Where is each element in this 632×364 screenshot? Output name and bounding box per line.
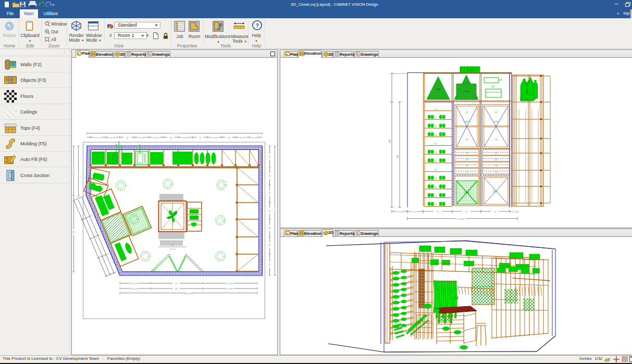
svg-text:36: 36 bbox=[171, 244, 174, 246]
svg-text:24: 24 bbox=[495, 152, 498, 154]
svg-text:181 3/8: 181 3/8 bbox=[274, 205, 276, 212]
svg-text:24: 24 bbox=[495, 138, 498, 141]
svg-text:24: 24 bbox=[465, 210, 468, 213]
svg-text:24 1/4: 24 1/4 bbox=[467, 69, 473, 71]
svg-text:25: 25 bbox=[435, 151, 437, 154]
svg-text:24: 24 bbox=[268, 227, 271, 229]
svg-text:24 7/8: 24 7/8 bbox=[153, 136, 159, 139]
svg-text:25: 25 bbox=[435, 108, 437, 110]
svg-text:37 1/2: 37 1/2 bbox=[169, 248, 176, 250]
svg-text:24: 24 bbox=[495, 164, 498, 167]
svg-text:2288: 2288 bbox=[464, 90, 469, 93]
svg-text:29: 29 bbox=[268, 263, 271, 266]
svg-text:24: 24 bbox=[495, 158, 498, 160]
svg-text:24: 24 bbox=[228, 136, 230, 139]
svg-text:25: 25 bbox=[437, 210, 439, 213]
svg-text:72: 72 bbox=[175, 282, 178, 285]
svg-text:25: 25 bbox=[435, 186, 437, 189]
svg-text:45 3/4: 45 3/4 bbox=[227, 287, 233, 290]
svg-text:24: 24 bbox=[268, 244, 271, 246]
svg-text:94: 94 bbox=[396, 155, 399, 158]
svg-text:27 1/4: 27 1/4 bbox=[95, 136, 101, 139]
svg-text:24: 24 bbox=[170, 136, 172, 139]
svg-text:120: 120 bbox=[389, 139, 391, 143]
svg-text:24 7/8: 24 7/8 bbox=[139, 136, 145, 139]
svg-text:24: 24 bbox=[126, 136, 129, 139]
svg-text:2289: 2289 bbox=[465, 120, 470, 123]
svg-text:94 3/8: 94 3/8 bbox=[72, 167, 75, 173]
svg-text:25: 25 bbox=[435, 195, 437, 197]
svg-text:5 15/32: 5 15/32 bbox=[512, 210, 519, 213]
svg-text:2486: 2486 bbox=[436, 88, 441, 91]
svg-text:24: 24 bbox=[495, 111, 498, 114]
svg-text:120: 120 bbox=[72, 230, 75, 234]
svg-text:25: 25 bbox=[435, 177, 437, 180]
svg-text:91 15/16: 91 15/16 bbox=[456, 218, 465, 220]
svg-text:25: 25 bbox=[435, 168, 437, 171]
svg-text:12 11/32: 12 11/32 bbox=[411, 210, 419, 213]
svg-text:?: ? bbox=[255, 22, 259, 29]
svg-text:181 5/16: 181 5/16 bbox=[184, 292, 193, 295]
svg-text:2286: 2286 bbox=[493, 190, 498, 193]
svg-text:24: 24 bbox=[494, 210, 497, 213]
svg-text:25: 25 bbox=[435, 203, 437, 206]
svg-text:24 7/8: 24 7/8 bbox=[212, 136, 218, 139]
svg-text:12 11/32: 12 11/32 bbox=[395, 210, 404, 213]
svg-text:25: 25 bbox=[435, 125, 437, 128]
svg-text:398 1/2: 398 1/2 bbox=[171, 132, 178, 135]
svg-text:26 1/8: 26 1/8 bbox=[131, 287, 138, 290]
svg-text:24: 24 bbox=[466, 164, 468, 167]
svg-text:24: 24 bbox=[268, 174, 271, 177]
svg-text:24: 24 bbox=[268, 155, 271, 158]
svg-text:24: 24 bbox=[495, 170, 498, 173]
svg-text:25: 25 bbox=[435, 134, 437, 136]
svg-text:24 7/8: 24 7/8 bbox=[109, 136, 116, 139]
svg-text:24: 24 bbox=[466, 158, 468, 160]
svg-text:25: 25 bbox=[435, 116, 437, 119]
svg-text:26: 26 bbox=[491, 85, 494, 88]
svg-text:24 7/8: 24 7/8 bbox=[239, 136, 245, 139]
svg-text:25: 25 bbox=[435, 142, 437, 145]
svg-text:45 3/4: 45 3/4 bbox=[227, 282, 233, 285]
svg-text:24: 24 bbox=[268, 209, 271, 212]
svg-text:25: 25 bbox=[435, 160, 437, 162]
svg-text:26: 26 bbox=[526, 90, 529, 93]
svg-text:24: 24 bbox=[466, 111, 468, 114]
svg-text:24: 24 bbox=[466, 138, 468, 141]
svg-text:24: 24 bbox=[466, 152, 468, 154]
svg-text:24: 24 bbox=[199, 136, 202, 139]
svg-text:24: 24 bbox=[268, 192, 271, 194]
svg-text:24: 24 bbox=[499, 79, 502, 81]
svg-text:24: 24 bbox=[466, 170, 468, 173]
svg-text:26 1/8: 26 1/8 bbox=[131, 282, 138, 285]
svg-text:24 7/8: 24 7/8 bbox=[182, 136, 189, 139]
svg-text:2386: 2386 bbox=[465, 191, 470, 194]
svg-text:23 1/4: 23 1/4 bbox=[251, 136, 257, 139]
svg-text:48: 48 bbox=[175, 287, 178, 290]
svg-text:2289: 2289 bbox=[494, 120, 499, 123]
